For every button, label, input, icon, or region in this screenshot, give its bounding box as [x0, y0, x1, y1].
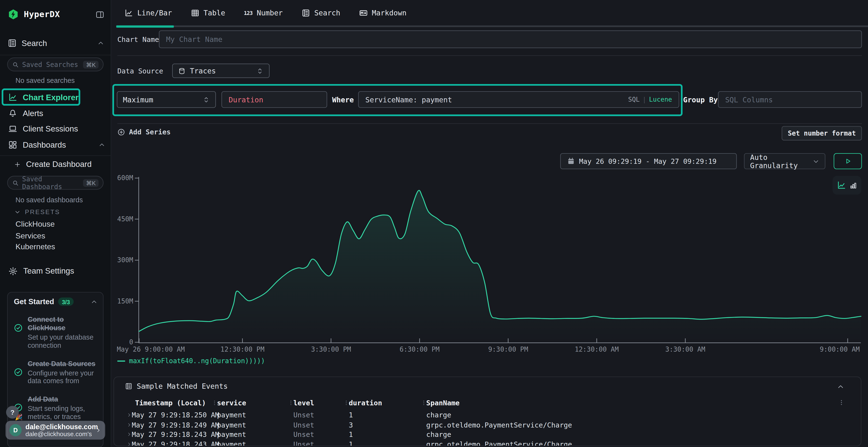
cell-service: payment	[217, 410, 246, 420]
field-input[interactable]	[228, 95, 320, 104]
x-axis-tick-label: 12:30:00 AM	[575, 345, 619, 353]
column-resize-handle-icon[interactable]	[421, 400, 427, 406]
chart-name-input[interactable]	[166, 35, 855, 43]
column-header-service[interactable]: service	[217, 398, 246, 408]
get-started-item-desc: Start sending logs, metrics, or traces	[28, 405, 97, 421]
sidebar: HyperDX Search Saved Searches ⌘K No save…	[0, 0, 111, 447]
create-dashboard-button[interactable]: Create Dashboard	[14, 159, 105, 170]
sidebar-item-team-settings[interactable]: Team Settings	[8, 265, 105, 276]
tab-number[interactable]: 123Number	[244, 9, 283, 17]
sql-toggle[interactable]: SQL	[628, 96, 640, 103]
time-range-picker[interactable]: May 26 09:29:19 - May 27 09:29:19	[560, 153, 737, 169]
set-number-format-button[interactable]: Set number format	[782, 126, 862, 140]
cell-level: Unset	[293, 410, 314, 420]
expand-row-icon[interactable]	[127, 413, 132, 418]
column-header-spanname[interactable]: SpanName	[426, 398, 460, 408]
get-started-title: Get Started	[14, 298, 54, 306]
preset-services[interactable]: Services	[16, 231, 45, 240]
aggregation-select[interactable]: Maximum	[117, 91, 216, 108]
granularity-select[interactable]: Auto Granularity	[744, 153, 826, 169]
tab-table[interactable]: Table	[191, 9, 225, 17]
get-started-item-title: Create Data Sources	[28, 359, 97, 368]
chevron-up-icon[interactable]	[99, 142, 105, 148]
cell-duration: 1	[349, 439, 353, 446]
lucene-toggle[interactable]: Lucene	[649, 96, 672, 103]
cell-spanname: grpc.oteldemo.PaymentService/Charge	[426, 439, 572, 446]
tab-markdown[interactable]: Markdown	[359, 9, 406, 17]
get-started-item-desc: Set up your database connection	[28, 333, 97, 350]
table-row[interactable]: May 27 9:29:18.250 AMpaymentUnset1charge	[114, 410, 861, 420]
run-query-button[interactable]	[834, 153, 862, 169]
data-source-select[interactable]: Traces	[172, 64, 270, 78]
preset-kubernetes[interactable]: Kubernetes	[16, 242, 55, 251]
where-input-wrap[interactable]: SQL|Lucene	[358, 91, 679, 108]
chart-name-field[interactable]	[159, 30, 862, 48]
create-dashboard-label: Create Dashboard	[26, 160, 105, 169]
divider	[0, 55, 111, 55]
sidebar-item-alerts[interactable]: Alerts	[8, 108, 105, 119]
column-header-level[interactable]: level	[293, 398, 314, 408]
cell-service: payment	[217, 429, 246, 439]
cell-timestamp-local-: May 27 9:29:18.249 AM	[132, 420, 219, 429]
chevron-down-icon	[14, 209, 21, 215]
get-started-item[interactable]: Add Data Start sending logs, metrics, or…	[14, 396, 97, 421]
updown-chevron-icon	[256, 67, 264, 74]
chart-legend: maxIf(toFloat640..ng(Duration)))))	[117, 357, 265, 365]
preset-clickhouse[interactable]: ClickHouse	[16, 219, 55, 228]
cell-spanname: grpc.oteldemo.PaymentService/Charge	[426, 420, 572, 429]
query-language-toggle[interactable]: SQL|Lucene	[628, 96, 672, 103]
expand-row-icon[interactable]	[127, 422, 132, 427]
search-section-label: Search	[22, 39, 93, 48]
field-input-wrap[interactable]	[221, 91, 327, 108]
y-axis-tick-label: 150M	[117, 297, 133, 305]
expand-row-icon[interactable]	[127, 432, 132, 437]
sidebar-item-client-sessions[interactable]: Client Sessions	[8, 123, 105, 134]
column-resize-handle-icon[interactable]	[343, 400, 349, 406]
tab-search[interactable]: Search	[302, 9, 340, 17]
search-icon	[12, 61, 19, 68]
table-row[interactable]: May 27 9:29:18.249 AMpaymentUnset3grpc.o…	[114, 420, 861, 429]
collapse-sidebar-icon[interactable]	[96, 10, 104, 18]
chevron-up-icon[interactable]	[97, 40, 104, 46]
saved-dashboards-input[interactable]: Saved Dashboards ⌘K	[7, 176, 103, 190]
where-label: Where	[332, 96, 354, 104]
cell-timestamp-local-: May 27 9:29:18.243 AM	[132, 439, 219, 446]
hyperdx-app: HyperDX Search Saved Searches ⌘K No save…	[0, 0, 868, 447]
saved-dashboards-placeholder: Saved Dashboards	[22, 175, 80, 191]
get-started-item[interactable]: Create Data Sources Configure where your…	[14, 359, 97, 385]
expand-row-icon[interactable]	[127, 442, 132, 446]
calendar-icon	[567, 158, 575, 165]
presets-toggle[interactable]: PRESETS	[14, 209, 60, 215]
chevron-up-icon[interactable]	[91, 299, 98, 305]
group-by-field[interactable]	[718, 91, 862, 108]
chevron-up-icon[interactable]	[837, 383, 844, 390]
tab-line-bar[interactable]: Line/Bar	[125, 9, 172, 17]
cell-timestamp-local-: May 27 9:29:18.250 AM	[132, 410, 219, 420]
column-header-timestamp-local-[interactable]: Timestamp (Local)	[135, 398, 206, 408]
column-resize-handle-icon[interactable]	[212, 400, 217, 406]
help-button[interactable]: ?	[6, 406, 19, 419]
user-menu[interactable]: D dale@clickhouse.com dale@clickhouse.co…	[5, 421, 105, 440]
updown-chevron-icon	[203, 96, 210, 103]
data-source-value: Traces	[190, 67, 252, 75]
cell-level: Unset	[293, 429, 314, 439]
tab-label: Search	[314, 9, 340, 17]
add-series-button[interactable]: Add Series	[117, 128, 171, 136]
table-row[interactable]: May 27 9:29:18.243 AMpaymentUnset1grpc.o…	[114, 439, 861, 446]
sidebar-item-chart-explorer[interactable]: Chart Explorer	[8, 92, 105, 103]
data-source-label: Data Source	[117, 67, 163, 75]
get-started-item[interactable]: Connect to ClickHouse Set up your databa…	[14, 316, 97, 350]
granularity-value: Auto Granularity	[750, 153, 808, 170]
group-by-input[interactable]	[725, 95, 855, 104]
timeseries-chart[interactable]: 0150M300M450M600MMay 26 9:00:00 AM12:30:…	[111, 171, 868, 359]
x-axis-tick-label: May 26 9:00:00 AM	[117, 345, 185, 353]
column-resize-handle-icon[interactable]	[288, 400, 294, 406]
x-axis-tick-label: 3:30:00 PM	[311, 345, 351, 353]
column-header-duration[interactable]: duration	[349, 398, 382, 408]
tab-label: Line/Bar	[137, 9, 172, 17]
sidebar-item-dashboards[interactable]: Dashboards	[8, 139, 105, 150]
where-input[interactable]	[365, 95, 624, 104]
saved-searches-input[interactable]: Saved Searches ⌘K	[7, 58, 103, 71]
sidebar-section-search[interactable]: Search	[8, 37, 104, 50]
table-row[interactable]: May 27 9:29:18.243 AMpaymentUnset1charge	[114, 429, 861, 439]
